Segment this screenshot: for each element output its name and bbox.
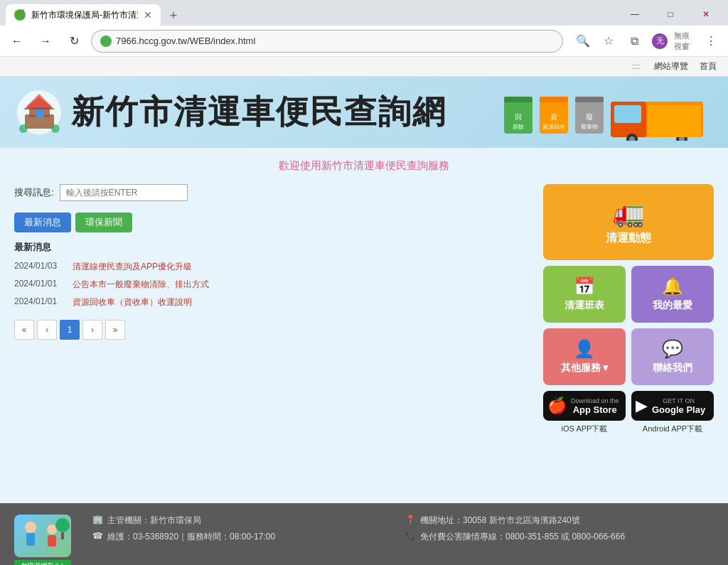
svg-point-32 <box>55 518 70 532</box>
nav-link-home[interactable]: 首頁 <box>700 60 717 72</box>
search-label: 搜尋訊息: <box>14 186 54 199</box>
news-link-1[interactable]: 清運線便民查詢及APP優化升級 <box>73 261 192 273</box>
accessibility-badge: 無障礙網頁 2.1 <box>14 560 71 565</box>
svg-rect-22 <box>614 105 641 123</box>
svg-text:資: 資 <box>550 113 557 121</box>
footer-org: 🏢 主管機關：新竹市環保局 <box>92 515 401 527</box>
page-prev-button[interactable]: ‹ <box>37 320 57 340</box>
news-item: 2024/01/01 公告本市一般廢棄物清除、排出方式 <box>14 279 529 291</box>
svg-rect-31 <box>48 535 56 547</box>
footer-org-text: 主管機關：新竹市環保局 <box>107 515 201 527</box>
forward-button[interactable]: → <box>34 30 57 53</box>
svg-rect-29 <box>26 533 35 546</box>
news-link-3[interactable]: 資源回收車（資收車）收運說明 <box>73 296 192 308</box>
android-caption: Android APP下載 <box>631 424 714 434</box>
news-section-header: 最新消息 <box>14 241 529 254</box>
dots-separator: :::: <box>632 63 640 70</box>
footer-address-text: 機關地址：30058 新竹市北區海濱路240號 <box>420 515 580 527</box>
favorites-label: 我的最愛 <box>653 299 692 312</box>
phone-icon: ☎ <box>92 531 103 541</box>
site-header: 新竹市清運車便民查詢網 回 廚餘 資 資源回收 廢 廢棄物 <box>0 77 728 148</box>
svg-rect-17 <box>575 97 604 102</box>
page-first-button[interactable]: « <box>14 320 34 340</box>
bell-icon: 🔔 <box>662 276 683 296</box>
footer-address: 📍 機關地址：30058 新竹市北區海濱路240號 <box>405 515 714 527</box>
truck-icon: 🚛 <box>613 198 645 228</box>
minimize-button[interactable]: — <box>619 3 651 26</box>
ios-download-area: 🍎 Download on the App Store iOS APP下載 <box>543 391 626 434</box>
apple-icon: 🍎 <box>547 397 567 415</box>
schedule-label: 清運班表 <box>564 299 604 312</box>
main-content: 歡迎使用新竹市清運車便民查詢服務 搜尋訊息: 最新消息 環保新聞 最新消息 20… <box>0 148 728 503</box>
svg-point-30 <box>47 524 57 534</box>
search-row: 搜尋訊息: <box>14 184 529 201</box>
ios-download-button[interactable]: 🍎 Download on the App Store <box>543 391 626 421</box>
page-next-button[interactable]: › <box>82 320 102 340</box>
menu-icon[interactable]: ⋮ <box>700 30 722 53</box>
news-date-3: 2024/01/01 <box>14 296 64 306</box>
welcome-text: 歡迎使用新竹市清運車便民查詢服務 <box>14 159 714 173</box>
ios-badge-top: Download on the <box>571 397 619 404</box>
right-grid: 📅 清運班表 🔔 我的最愛 👤 其他服務 ▾ 💬 聯絡我們 <box>543 266 714 385</box>
svg-text:廚餘: 廚餘 <box>513 124 524 130</box>
transport-status-button[interactable]: 🚛 清運動態 <box>543 184 714 260</box>
schedule-button[interactable]: 📅 清運班表 <box>543 266 626 323</box>
news-date-2: 2024/01/01 <box>14 279 64 289</box>
new-tab-button[interactable]: + <box>164 6 183 26</box>
svg-rect-9 <box>504 97 532 102</box>
other-services-label: 其他服務 ▾ <box>561 362 609 375</box>
pagination: « ‹ 1 › » <box>14 320 529 340</box>
footer-inner: 無障礙網頁 2.1 🏢 主管機關：新竹市環保局 📍 機關地址：30058 新竹市… <box>14 515 714 565</box>
security-icon <box>100 36 112 47</box>
transport-status-label: 清運動態 <box>606 231 651 246</box>
nav-link-sitemap[interactable]: 網站導覽 <box>654 60 688 72</box>
contact-us-button[interactable]: 💬 聯絡我們 <box>631 328 714 385</box>
right-panel: 🚛 清運動態 📅 清運班表 🔔 我的最愛 👤 其他服務 ▾ 💬 <box>543 184 714 434</box>
header-icons: 回 廚餘 資 資源回收 廢 廢棄物 <box>500 84 714 141</box>
org-icon: 🏢 <box>92 515 103 524</box>
header-title: 新竹市清運車便民查詢網 <box>71 90 446 134</box>
bookmark-icon[interactable]: ☆ <box>597 30 620 53</box>
footer-phone: ☎ 維護：03-5368920｜服務時間：08:00-17:00 <box>92 531 401 543</box>
header-emblem <box>14 87 64 137</box>
android-badge-name: Google Play <box>652 404 705 415</box>
tab-latest-news[interactable]: 最新消息 <box>14 212 71 232</box>
profile-icon[interactable]: 无 <box>648 30 671 53</box>
page-current-button[interactable]: 1 <box>60 320 80 340</box>
tab-close-button[interactable]: ✕ <box>144 9 152 21</box>
private-mode-label[interactable]: 無痕視窗 <box>674 30 697 53</box>
other-services-button[interactable]: 👤 其他服務 ▾ <box>543 328 626 385</box>
back-button[interactable]: ← <box>6 30 28 53</box>
tab-bar: 最新消息 環保新聞 <box>14 212 529 232</box>
tab-env-news[interactable]: 環保新聞 <box>75 212 132 232</box>
svg-text:資源回收: 資源回收 <box>542 124 565 130</box>
maximize-button[interactable]: □ <box>654 3 687 26</box>
svg-rect-33 <box>61 532 64 539</box>
tab-title: 新竹市環境保護局-新竹市清運… <box>31 9 138 21</box>
split-view-icon[interactable]: ⧉ <box>623 30 646 53</box>
search-icon[interactable]: 🔍 <box>572 30 594 53</box>
close-button[interactable]: ✕ <box>690 3 722 26</box>
chat-icon: 💬 <box>662 339 683 359</box>
reload-button[interactable]: ↻ <box>63 30 85 53</box>
address-text: 7966.hccg.gov.tw/WEB/index.html <box>116 36 255 46</box>
page-last-button[interactable]: » <box>105 320 125 340</box>
favorites-button[interactable]: 🔔 我的最愛 <box>631 266 714 323</box>
top-nav: :::: 網站導覽 首頁 <box>0 57 728 77</box>
footer-hotline-text: 免付費公害陳情專線：0800-351-855 或 0800-066-666 <box>420 531 625 543</box>
android-download-button[interactable]: ▶ GET IT ON Google Play <box>631 391 714 421</box>
svg-text:回: 回 <box>515 113 522 121</box>
app-download-section: 🍎 Download on the App Store iOS APP下載 ▶ … <box>543 391 714 434</box>
svg-point-6 <box>19 124 28 133</box>
address-bar[interactable]: 7966.hccg.gov.tw/WEB/index.html <box>91 30 563 53</box>
svg-point-7 <box>51 124 60 133</box>
search-input[interactable] <box>60 184 188 201</box>
svg-rect-3 <box>36 109 44 117</box>
news-link-2[interactable]: 公告本市一般廢棄物清除、排出方式 <box>73 279 209 291</box>
content-layout: 搜尋訊息: 最新消息 環保新聞 最新消息 2024/01/03 清運線便民查詢及… <box>14 184 714 434</box>
active-tab[interactable]: 🌿 新竹市環境保護局-新竹市清運… ✕ <box>6 4 161 26</box>
header-bins-illustration: 回 廚餘 資 資源回收 廢 廢棄物 <box>500 84 714 141</box>
news-section: 最新消息 2024/01/03 清運線便民查詢及APP優化升級 2024/01/… <box>14 241 529 308</box>
android-download-area: ▶ GET IT ON Google Play Android APP下載 <box>631 391 714 434</box>
footer-mascot-image <box>14 515 71 557</box>
